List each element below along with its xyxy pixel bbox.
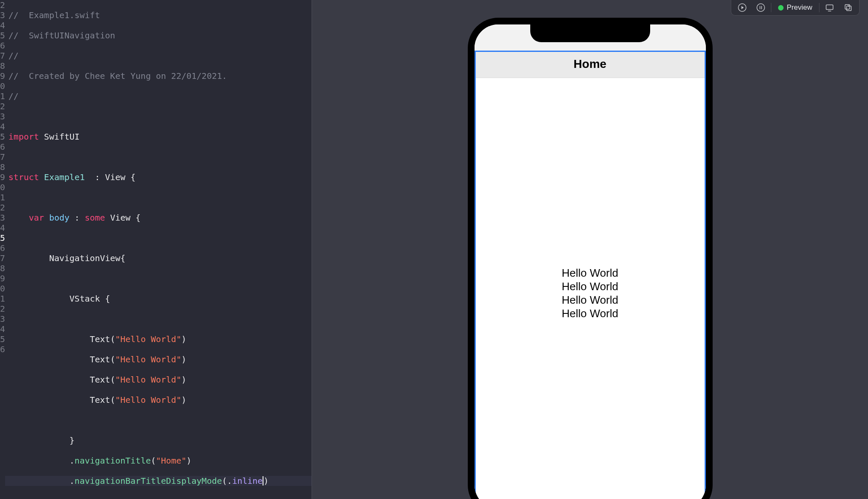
duplicate-preview-button[interactable]: [840, 1, 857, 14]
module-swiftui: SwiftUI: [44, 132, 79, 142]
iphone-notch: [530, 24, 650, 42]
line-number: 6: [0, 142, 5, 152]
line-number: 1: [0, 192, 5, 202]
keyword-some: some: [85, 213, 105, 223]
navigation-title: Home: [574, 57, 607, 71]
line-number: 0: [0, 182, 5, 192]
string-hello: "Hello World": [115, 334, 182, 344]
line-number: 2: [0, 202, 5, 213]
prop-body: body: [49, 213, 69, 223]
toolbar-separator: [771, 3, 771, 12]
enum-inline: inline: [232, 476, 263, 486]
line-number: 6: [0, 40, 5, 51]
preview-pane: Preview Home: [312, 0, 868, 499]
line-number: 0: [0, 283, 5, 294]
text-label: Hello World: [562, 294, 618, 306]
iphone-screen[interactable]: Home Hello World Hello World Hello World…: [475, 24, 706, 499]
line-number: 4: [0, 324, 5, 334]
line-number: 3: [0, 10, 5, 20]
text-label: Hello World: [562, 307, 618, 320]
duplicate-icon: [844, 3, 853, 12]
line-number: 9: [0, 172, 5, 182]
comment: //: [8, 51, 19, 61]
line-number: 5: [0, 233, 5, 243]
line-number: 5: [0, 334, 5, 344]
line-number: 3: [0, 111, 5, 121]
pause-circle-icon: [756, 3, 765, 12]
sym-navigationview: NavigationView: [49, 253, 120, 263]
preview-content: Hello World Hello World Hello World Hell…: [475, 78, 706, 499]
mod-navbartitledisplaymode: navigationBarTitleDisplayMode: [75, 476, 222, 486]
toolbar-separator: [819, 3, 819, 12]
sym-text: Text: [90, 395, 110, 405]
line-number: 5: [0, 132, 5, 142]
svg-rect-7: [846, 6, 851, 11]
line-number: 7: [0, 51, 5, 61]
comment: // SwiftUINavigation: [8, 30, 115, 40]
workspace: 23456789012345678901234567890123456 // E…: [0, 0, 868, 499]
line-number: 6: [0, 344, 5, 354]
text-label: Hello World: [562, 280, 618, 293]
comment: //: [8, 91, 19, 101]
line-gutter: 23456789012345678901234567890123456: [0, 0, 5, 499]
line-number: 8: [0, 61, 5, 71]
sym-text: Text: [90, 354, 110, 364]
line-number: 4: [0, 223, 5, 233]
line-number: 1: [0, 294, 5, 304]
sym-text: Text: [90, 375, 110, 385]
line-number: 9: [0, 273, 5, 283]
svg-marker-1: [741, 6, 744, 9]
display-icon: [825, 3, 834, 12]
preview-status-chip[interactable]: Preview: [773, 1, 817, 14]
string-home: "Home": [156, 456, 186, 466]
keyword-struct: struct: [8, 172, 39, 182]
code-area[interactable]: // Example1.swift // SwiftUINavigation /…: [5, 0, 319, 499]
play-circle-icon: [738, 3, 747, 12]
line-number: 7: [0, 253, 5, 263]
status-dot-icon: [778, 5, 784, 11]
svg-rect-8: [845, 5, 850, 9]
line-number: 3: [0, 314, 5, 324]
line-number: 1: [0, 91, 5, 101]
line-number: 8: [0, 263, 5, 273]
sym-text: Text: [90, 334, 110, 344]
string-hello: "Hello World": [115, 395, 182, 405]
line-number: 9: [0, 71, 5, 81]
keyword-var: var: [29, 213, 44, 223]
line-number: 7: [0, 152, 5, 162]
line-number: 5: [0, 30, 5, 40]
line-number: 3: [0, 213, 5, 223]
preview-toolbar: Preview: [731, 0, 860, 16]
line-number: 2: [0, 0, 5, 10]
sym-vstack: VStack: [70, 294, 100, 304]
line-number: 4: [0, 20, 5, 30]
navigation-bar: Home: [475, 51, 706, 78]
line-number: 0: [0, 81, 5, 91]
pause-button[interactable]: [752, 1, 769, 14]
type-view: View: [110, 213, 130, 223]
comment: // Example1.swift: [8, 10, 100, 20]
svg-point-2: [757, 4, 764, 11]
string-hello: "Hello World": [115, 354, 182, 364]
line-number: 2: [0, 101, 5, 111]
line-number: 2: [0, 304, 5, 314]
string-hello: "Hello World": [115, 375, 182, 385]
line-number: 8: [0, 162, 5, 172]
svg-rect-5: [826, 5, 833, 10]
iphone-device-frame: Home Hello World Hello World Hello World…: [468, 18, 713, 499]
preview-label: Preview: [787, 3, 812, 12]
comment: // Created by Chee Ket Yung on 22/01/202…: [8, 71, 227, 81]
text-label: Hello World: [562, 267, 618, 279]
code-editor[interactable]: 23456789012345678901234567890123456 // E…: [0, 0, 312, 499]
type-example1: Example1: [44, 172, 84, 182]
keyword-import: import: [8, 132, 39, 142]
run-button[interactable]: [734, 1, 751, 14]
device-settings-button[interactable]: [821, 1, 838, 14]
type-view: View: [105, 172, 125, 182]
mod-navigationtitle: navigationTitle: [75, 456, 151, 466]
line-number: 4: [0, 121, 5, 132]
line-number: 6: [0, 243, 5, 253]
